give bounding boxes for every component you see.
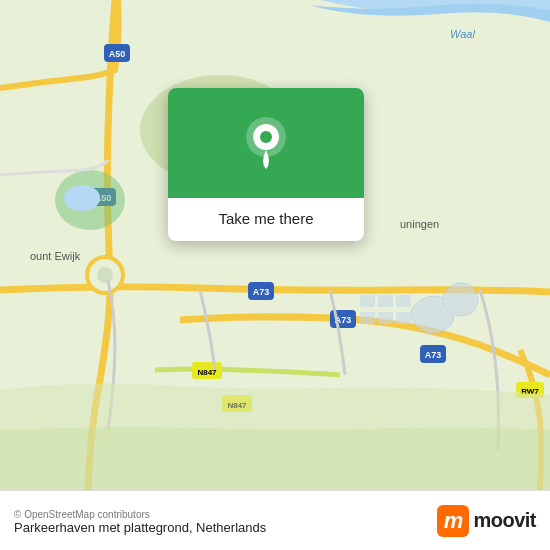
svg-text:A73: A73 <box>253 287 270 297</box>
location-info: © OpenStreetMap contributors Parkeerhave… <box>14 507 266 535</box>
svg-rect-25 <box>396 312 411 324</box>
osm-credit: © OpenStreetMap contributors <box>14 509 266 520</box>
svg-point-33 <box>260 131 272 143</box>
svg-rect-22 <box>396 295 411 307</box>
svg-text:A50: A50 <box>109 49 126 59</box>
map-background: A50 A50 A73 A73 A73 N847 N847 RW7 <box>0 0 550 490</box>
location-pin-icon <box>242 115 290 171</box>
moovit-wordmark: moovit <box>473 509 536 532</box>
svg-text:ount Ewijk: ount Ewijk <box>30 250 81 262</box>
svg-text:A73: A73 <box>425 350 442 360</box>
svg-text:uningen: uningen <box>400 218 439 230</box>
svg-text:Waal: Waal <box>450 28 475 40</box>
bottom-bar: © OpenStreetMap contributors Parkeerhave… <box>0 490 550 550</box>
tooltip-green-area <box>168 88 364 198</box>
svg-rect-20 <box>360 295 375 307</box>
location-name: Parkeerhaven met plattegrond, Netherland… <box>14 520 266 535</box>
moovit-logo: m moovit <box>437 505 536 537</box>
svg-rect-24 <box>378 312 393 324</box>
tooltip-card[interactable]: Take me there <box>168 88 364 241</box>
map-container[interactable]: A50 A50 A73 A73 A73 N847 N847 RW7 <box>0 0 550 490</box>
moovit-m-icon: m <box>437 505 469 537</box>
svg-rect-21 <box>378 295 393 307</box>
svg-rect-23 <box>360 312 375 324</box>
svg-point-19 <box>64 185 100 211</box>
take-me-there-button[interactable]: Take me there <box>168 198 364 241</box>
svg-point-30 <box>97 267 113 283</box>
